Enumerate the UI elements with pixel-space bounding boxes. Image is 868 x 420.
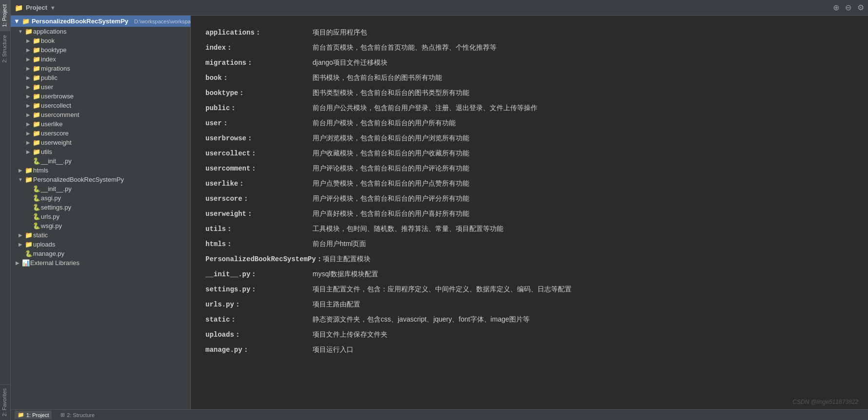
folder-icon-migrations: 📁 xyxy=(32,65,41,72)
doc-key-userbrowse: userbrowse： xyxy=(205,132,313,145)
tab-project[interactable]: 1: Project xyxy=(0,0,10,31)
bottom-tab-structure[interactable]: ⊞ 2: Structure xyxy=(57,411,97,419)
tab-structure[interactable]: 2: Structure xyxy=(0,31,10,67)
doc-key-manage-py: manage.py： xyxy=(205,343,313,357)
tree-item-asgi-py[interactable]: 🐍 asgi.py xyxy=(11,193,190,203)
doc-value-manage-py: 项目运行入口 xyxy=(313,343,353,356)
doc-item-uploads: uploads： 项目文件上传保存文件夹 xyxy=(205,327,853,342)
doc-value-applications: 项目的应用程序包 xyxy=(313,25,367,39)
doc-item-manage-py: manage.py： 项目运行入口 xyxy=(205,343,853,357)
doc-item-book: book： 图书模块，包含前台和后台的图书所有功能 xyxy=(205,71,853,85)
globe-icon[interactable]: ⊕ xyxy=(833,3,839,12)
label-index: index xyxy=(41,56,190,63)
doc-key-migrations: migrations： xyxy=(205,56,313,70)
icon-settings-py: 🐍 xyxy=(32,204,41,211)
label-asgi-py: asgi.py xyxy=(41,194,190,202)
doc-item-user: user： 前台用户模块，包含前台和后台的用户所有功能 xyxy=(205,116,853,130)
tree-item-init-py-2[interactable]: 🐍 __init__.py xyxy=(11,184,190,193)
folder-icon-usercollect: 📁 xyxy=(32,102,41,109)
label-wsgi-py: wsgi.py xyxy=(41,222,190,229)
bottom-tab-bar: 📁 1: Project ⊞ 2: Structure xyxy=(11,409,868,420)
arrow-booktype: ▶ xyxy=(24,47,32,53)
doc-value-user: 前台用户模块，包含前台和后台的用户所有功能 xyxy=(313,116,456,130)
doc-item-index: index： 前台首页模块，包含前台首页功能、热点推荐、个性化推荐等 xyxy=(205,40,853,55)
arrow-public: ▶ xyxy=(24,75,32,80)
folder-icon-book: 📁 xyxy=(32,37,41,44)
tree-item-htmls[interactable]: ▶ 📁 htmls xyxy=(11,166,190,175)
doc-key-userlike: userlike： xyxy=(205,177,313,191)
folder-icon-public: 📁 xyxy=(32,74,41,81)
tree-item-usercollect[interactable]: ▶ 📁 usercollect xyxy=(11,101,190,110)
folder-icon-project: 📁 xyxy=(22,18,30,25)
tree-item-personalizedbookrysystempy[interactable]: ▼ 📁 PersonalizedBookRecSystemPy xyxy=(11,175,190,184)
folder-icon-usercomment: 📁 xyxy=(32,111,41,118)
label-init-py-2: __init__.py xyxy=(41,185,190,192)
tree-item-usercomment[interactable]: ▶ 📁 usercomment xyxy=(11,110,190,119)
doc-key-static: static： xyxy=(205,313,313,326)
label-usercomment: usercomment xyxy=(41,111,190,118)
bottom-tab-project[interactable]: 📁 1: Project xyxy=(15,411,52,419)
doc-value-personalizedbookrysystempy: 项目主配置模块 xyxy=(323,252,370,266)
tree-item-index[interactable]: ▶ 📁 index xyxy=(11,55,190,64)
doc-key-urls-py: urls.py： xyxy=(205,298,313,311)
doc-key-uploads: uploads： xyxy=(205,328,313,342)
arrow-usercomment: ▶ xyxy=(24,112,32,117)
folder-icon-userlike: 📁 xyxy=(32,120,41,128)
tree-item-public[interactable]: ▶ 📁 public xyxy=(11,73,190,82)
tree-item-static[interactable]: ▶ 📁 static xyxy=(11,230,190,240)
doc-value-booktype: 图书类型模块，包含前台和后台的图书类型所有功能 xyxy=(313,86,469,99)
tree-item-wsgi-py[interactable]: 🐍 wsgi.py xyxy=(11,221,190,230)
settings-icon[interactable]: ⚙ xyxy=(857,3,864,12)
tree-item-external-libraries[interactable]: ▶ 📊 External Libraries xyxy=(11,258,190,267)
folder-icon-booktype: 📁 xyxy=(32,46,41,54)
tree-item-init-py-1[interactable]: 🐍 __init__.py xyxy=(11,156,190,166)
tree-item-userbrowse[interactable]: ▶ 📁 userbrowse xyxy=(11,92,190,101)
tree-item-urls-py[interactable]: 🐍 urls.py xyxy=(11,212,190,221)
doc-value-htmls: 前台用户html页面 xyxy=(313,237,366,250)
doc-item-applications: applications： 项目的应用程序包 xyxy=(205,25,853,39)
doc-panel: applications： 项目的应用程序包 index： 前台首页模块，包含前… xyxy=(191,16,868,409)
tree-item-userscore[interactable]: ▶ 📁 userscore xyxy=(11,129,190,138)
folder-icon-personalizedbookrysystempy: 📁 xyxy=(24,176,33,183)
tab-favorites[interactable]: 2: Favorites xyxy=(0,384,10,420)
doc-item-migrations: migrations： django项目文件迁移模块 xyxy=(205,56,853,70)
tree-item-migrations[interactable]: ▶ 📁 migrations xyxy=(11,64,190,73)
tree-item-uploads[interactable]: ▶ 📁 uploads xyxy=(11,240,190,249)
toolbar-dropdown[interactable]: ▼ xyxy=(50,5,55,11)
icon-init-py-1: 🐍 xyxy=(32,157,41,165)
doc-value-userlike: 用户点赞模块，包含前台和后台的用户点赞所有功能 xyxy=(313,176,469,190)
tree-item-applications[interactable]: ▼ 📁 applications xyxy=(11,27,190,36)
doc-value-public: 前台用户公共模块，包含前台用户登录、注册、退出登录、文件上传等操作 xyxy=(313,101,537,115)
tree-item-manage-py[interactable]: 🐍 manage.py xyxy=(11,249,190,258)
doc-item-static: static： 静态资源文件夹，包含css、javascript、jquery、… xyxy=(205,312,853,326)
split-icon[interactable]: ⊖ xyxy=(845,3,851,12)
tree-item-userlike[interactable]: ▶ 📁 userlike xyxy=(11,119,190,129)
arrow-applications: ▼ xyxy=(17,29,24,34)
bottom-tab-structure-label: 2: Structure xyxy=(67,412,94,418)
label-init-py-1: __init__.py xyxy=(41,157,190,165)
tree-item-utils[interactable]: ▶ 📁 utils xyxy=(11,147,190,156)
project-path: D:\workspaces\workspaces_python\Personal… xyxy=(134,19,191,24)
tree-item-booktype[interactable]: ▶ 📁 booktype xyxy=(11,45,190,55)
tree-item-userweight[interactable]: ▶ 📁 userweight xyxy=(11,138,190,147)
arrow-personalizedbookrysystempy: ▼ xyxy=(17,177,24,182)
icon-init-py-2: 🐍 xyxy=(32,185,41,192)
label-book: book xyxy=(41,37,190,44)
doc-value-settings-py: 项目主配置文件，包含：应用程序定义、中间件定义、数据库定义、编码、日志等配置 xyxy=(313,282,572,296)
doc-value-utils: 工具模块，包时间、随机数、推荐算法、常量、项目配置等功能 xyxy=(313,222,503,235)
icon-wsgi-py: 🐍 xyxy=(32,222,41,229)
folder-icon-user: 📁 xyxy=(32,83,41,91)
tree-item-settings-py[interactable]: 🐍 settings.py xyxy=(11,203,190,212)
arrow-uploads: ▶ xyxy=(17,242,24,247)
label-user: user xyxy=(41,83,190,91)
arrow-userbrowse: ▶ xyxy=(24,94,32,99)
project-header[interactable]: ▼ 📁 PersonalizedBookRecSystemPy D:\works… xyxy=(11,16,190,27)
doc-item-userscore: userscore： 用户评分模块，包含前台和后台的用户评分所有功能 xyxy=(205,191,853,206)
doc-item-userbrowse: userbrowse： 用户浏览模块，包含前台和后台的用户浏览所有功能 xyxy=(205,131,853,145)
label-manage-py: manage.py xyxy=(33,250,190,257)
tree-item-user[interactable]: ▶ 📁 user xyxy=(11,82,190,92)
doc-value-usercollect: 用户收藏模块，包含前台和后台的用户收藏所有功能 xyxy=(313,146,469,160)
arrow-utils: ▶ xyxy=(24,149,32,154)
tree-item-book[interactable]: ▶ 📁 book xyxy=(11,36,190,45)
doc-item-booktype: booktype： 图书类型模块，包含前台和后台的图书类型所有功能 xyxy=(205,86,853,100)
